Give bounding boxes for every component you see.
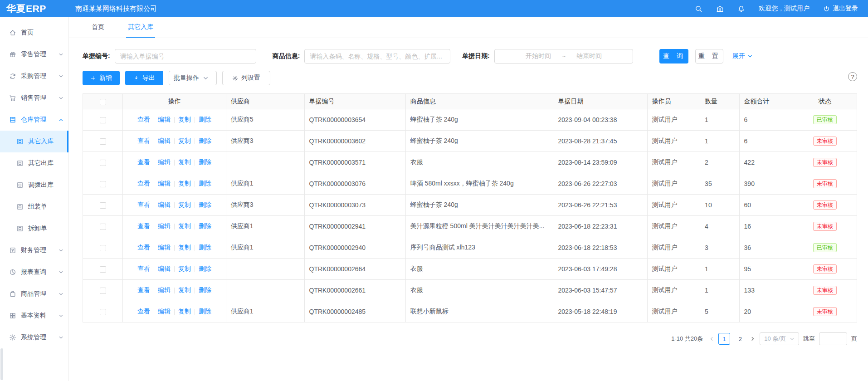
row-checkbox[interactable] xyxy=(100,202,106,209)
tab-other-inbound[interactable]: 其它入库 xyxy=(126,17,155,38)
sidebar-item-system[interactable]: 系统管理 xyxy=(0,327,68,348)
edit-link[interactable]: 编辑 xyxy=(158,265,171,273)
logout-button[interactable]: 退出登录 xyxy=(823,5,858,13)
delete-link[interactable]: 删除 xyxy=(199,201,211,209)
copy-link[interactable]: 复制 xyxy=(178,222,191,230)
copy-link[interactable]: 复制 xyxy=(178,308,191,316)
reset-button[interactable]: 重 置 xyxy=(695,49,723,64)
table-row: 查看编辑复制删除供应商3QTRK00000003073蜂蜜柚子茶 240g202… xyxy=(83,195,857,216)
page-number-2[interactable]: 2 xyxy=(734,333,746,345)
tab-home[interactable]: 首页 xyxy=(90,17,106,38)
row-checkbox[interactable] xyxy=(100,160,106,166)
sidebar-item-finance[interactable]: 财务管理 xyxy=(0,239,68,261)
doc-no-input[interactable] xyxy=(115,49,256,64)
building-icon[interactable] xyxy=(716,5,724,13)
expand-link[interactable]: 展开 xyxy=(732,52,753,60)
copy-link[interactable]: 复制 xyxy=(178,116,191,124)
row-checkbox[interactable] xyxy=(100,117,106,123)
bell-icon[interactable] xyxy=(737,5,745,13)
add-button[interactable]: 新增 xyxy=(83,71,120,85)
sidebar-item-home[interactable]: 首页 xyxy=(0,22,68,44)
edit-link[interactable]: 编辑 xyxy=(158,158,171,166)
sidebar-scrollbar-thumb[interactable] xyxy=(0,348,3,380)
select-all-checkbox[interactable] xyxy=(100,99,106,105)
sidebar: 首页零售管理采购管理销售管理仓库管理其它入库其它出库调拨出库组装单拆卸单财务管理… xyxy=(0,17,69,381)
batch-actions-button[interactable]: 批量操作 xyxy=(169,71,217,85)
view-link[interactable]: 查看 xyxy=(137,180,150,188)
row-checkbox[interactable] xyxy=(100,266,106,273)
delete-link[interactable]: 删除 xyxy=(199,180,211,188)
copy-link[interactable]: 复制 xyxy=(178,244,191,252)
edit-link[interactable]: 编辑 xyxy=(158,116,171,124)
sidebar-item-assembly-order[interactable]: 组装单 xyxy=(0,196,68,218)
delete-link[interactable]: 删除 xyxy=(199,137,211,145)
date-range-input[interactable]: 开始时间 ~ 结束时间 xyxy=(494,49,633,64)
delete-link[interactable]: 删除 xyxy=(199,222,211,230)
copy-link[interactable]: 复制 xyxy=(178,137,191,145)
doc-no-cell: QTRK00000003654 xyxy=(304,109,405,131)
sidebar-item-other-outbound[interactable]: 其它出库 xyxy=(0,152,68,174)
prev-page-button[interactable] xyxy=(709,336,714,342)
edit-link[interactable]: 编辑 xyxy=(158,180,171,188)
sidebar-item-warehouse[interactable]: 仓库管理 xyxy=(0,109,68,131)
edit-link[interactable]: 编辑 xyxy=(158,222,171,230)
view-link[interactable]: 查看 xyxy=(137,265,150,273)
row-checkbox[interactable] xyxy=(100,245,106,251)
page-size-select[interactable]: 10 条/页 xyxy=(760,332,799,345)
export-button[interactable]: 导出 xyxy=(125,71,163,85)
view-link[interactable]: 查看 xyxy=(137,286,150,294)
copy-link[interactable]: 复制 xyxy=(178,201,191,209)
view-link[interactable]: 查看 xyxy=(137,222,150,230)
sidebar-item-reports[interactable]: 报表查询 xyxy=(0,261,68,283)
table-header-row: 操作供应商单据编号商品信息单据日期操作员数量金额合计状态 xyxy=(83,94,857,109)
sidebar-item-transfer-outbound[interactable]: 调拨出库 xyxy=(0,174,68,196)
row-checkbox[interactable] xyxy=(100,309,106,315)
row-checkbox[interactable] xyxy=(100,288,106,294)
edit-link[interactable]: 编辑 xyxy=(158,137,171,145)
sidebar-item-retail[interactable]: 零售管理 xyxy=(0,44,68,65)
edit-link[interactable]: 编辑 xyxy=(158,244,171,252)
view-link[interactable]: 查看 xyxy=(137,158,150,166)
sync-icon xyxy=(9,73,16,80)
delete-link[interactable]: 删除 xyxy=(199,308,211,316)
search-button[interactable]: 查 询 xyxy=(659,49,688,64)
view-link[interactable]: 查看 xyxy=(137,244,150,252)
doc-icon xyxy=(16,225,24,232)
copy-link[interactable]: 复制 xyxy=(178,286,191,294)
delete-link[interactable]: 删除 xyxy=(199,286,211,294)
action-separator xyxy=(154,138,154,144)
view-link[interactable]: 查看 xyxy=(137,137,150,145)
row-checkbox[interactable] xyxy=(100,224,106,230)
sidebar-item-disassembly-order[interactable]: 拆卸单 xyxy=(0,218,68,239)
sidebar-item-purchase[interactable]: 采购管理 xyxy=(0,65,68,87)
row-select-cell xyxy=(83,173,123,195)
jump-page-input[interactable] xyxy=(819,332,847,345)
action-separator xyxy=(154,117,154,123)
view-link[interactable]: 查看 xyxy=(137,116,150,124)
sidebar-item-basic-data[interactable]: 基本资料 xyxy=(0,305,68,327)
page-number-1[interactable]: 1 xyxy=(718,333,730,345)
product-info-input[interactable] xyxy=(304,49,450,64)
sidebar-item-products[interactable]: 商品管理 xyxy=(0,283,68,305)
row-checkbox[interactable] xyxy=(100,138,106,145)
copy-link[interactable]: 复制 xyxy=(178,180,191,188)
delete-link[interactable]: 删除 xyxy=(199,158,211,166)
edit-link[interactable]: 编辑 xyxy=(158,201,171,209)
column-settings-button[interactable]: 列设置 xyxy=(222,71,270,85)
toolbar: 新增 导出 批量操作 列设置 ? xyxy=(83,71,857,85)
view-link[interactable]: 查看 xyxy=(137,308,150,316)
sidebar-item-sales[interactable]: 销售管理 xyxy=(0,87,68,109)
row-checkbox[interactable] xyxy=(100,181,106,187)
help-button[interactable]: ? xyxy=(848,72,857,81)
edit-link[interactable]: 编辑 xyxy=(158,308,171,316)
copy-link[interactable]: 复制 xyxy=(178,265,191,273)
delete-link[interactable]: 删除 xyxy=(199,244,211,252)
delete-link[interactable]: 删除 xyxy=(199,265,211,273)
search-icon[interactable] xyxy=(695,5,702,13)
next-page-button[interactable] xyxy=(750,336,756,342)
sidebar-item-other-inbound[interactable]: 其它入库 xyxy=(0,131,68,152)
delete-link[interactable]: 删除 xyxy=(199,116,211,124)
copy-link[interactable]: 复制 xyxy=(178,158,191,166)
edit-link[interactable]: 编辑 xyxy=(158,286,171,294)
view-link[interactable]: 查看 xyxy=(137,201,150,209)
